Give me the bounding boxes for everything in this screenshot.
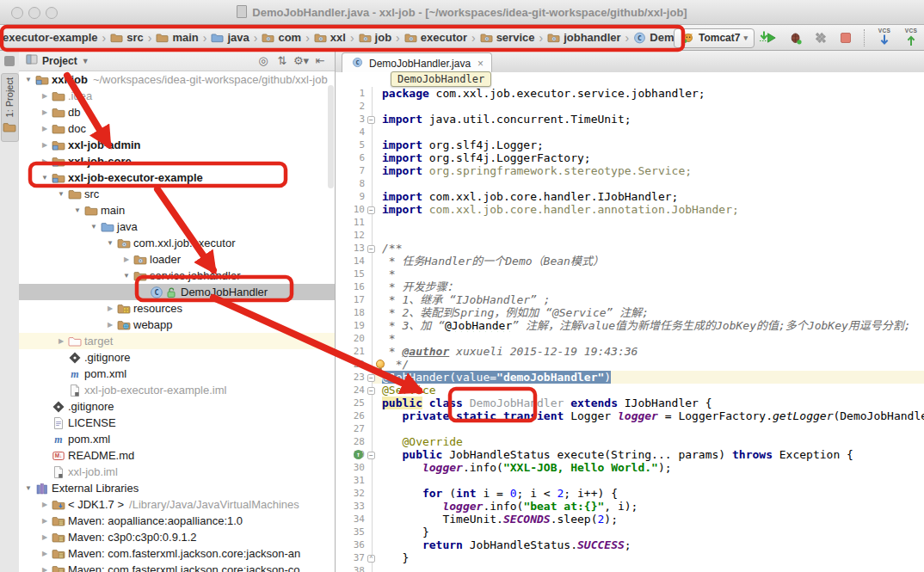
breadcrumb-item-service[interactable]: service [480,31,535,45]
tree-item-resources[interactable]: ▶resources [19,300,335,317]
tree-item-xxl-job-core[interactable]: ▶xxl-job-core [19,153,335,169]
chevron-down-icon[interactable]: ▼ [82,57,89,65]
tree-item-xxl-job[interactable]: ▼xxl-job~/workspaces/idea-git-workspace/… [19,71,335,88]
code-line-21[interactable]: 21 * @author xuxueli 2015-12-19 19:43:36 [336,345,924,358]
tree-item-xxl-job-executor-example-iml[interactable]: xxl-job-executor-example.iml [19,382,335,398]
code-line-7[interactable]: 7import org.springframework.stereotype.S… [336,164,924,177]
code-line-6[interactable]: 6import org.slf4j.LoggerFactory; [336,151,924,164]
tree-item-com-xxl-job-executor[interactable]: ▼com.xxl.job.executor [19,235,335,251]
code-line-12[interactable]: 12 [336,229,924,242]
tree-item-pom-xml[interactable]: mpom.xml [19,366,335,382]
code-line-14[interactable]: 14 * 任务Handler的一个Demo（Bean模式） [336,255,924,268]
tree-scrollbar[interactable] [328,85,334,188]
tree-closed-arrow-icon[interactable]: ▶ [120,255,132,263]
tree-item-xxl-job-iml[interactable]: xxl-job.iml [19,464,335,480]
tree-item--jdk1-7-[interactable]: ▶< JDK1.7 >/Library/Java/JavaVirtualMach… [19,496,335,513]
code-line-19[interactable]: 19 * 3、加 “@JobHander” 注解，注解value值为新增任务生成… [336,319,924,332]
code-line-22[interactable]: 22 */ [336,358,924,371]
tree-closed-arrow-icon[interactable]: ▶ [39,108,51,116]
code-line-29[interactable]: 29 public JobHandleStatus execute(String… [336,448,924,461]
tree-item-loader[interactable]: ▶loader [19,251,335,268]
fold-marker-icon[interactable]: − [367,206,375,214]
run-button[interactable] [762,29,779,46]
tree-item-xxl-job-executor-example[interactable]: ▼xxl-job-executor-example [19,169,335,186]
code-line-24[interactable]: 24@Service− [336,384,924,397]
breadcrumb-item-src[interactable]: src [110,31,144,45]
tree-open-arrow-icon[interactable]: ▼ [88,223,100,231]
code-line-5[interactable]: 5import org.slf4j.Logger; [336,138,924,151]
tree-open-arrow-icon[interactable]: ▼ [22,76,34,83]
window-menu-icon[interactable] [4,56,15,66]
tree-closed-arrow-icon[interactable]: ▶ [104,321,116,329]
code-line-9[interactable]: 9import com.xxl.job.core.handler.IJobHan… [336,190,924,203]
breadcrumb-item-executor[interactable]: executor [404,31,467,45]
code-line-30[interactable]: 30 logger.info("XXL-JOB, Hello World."); [336,461,924,474]
tree-item-maven-c3p0-c3p0-0-9-1-2[interactable]: ▶Maven: c3p0:c3p0:0.9.1.2 [19,529,335,545]
tree-item-readme-md[interactable]: M↓README.md [19,447,335,464]
tree-open-arrow-icon[interactable]: ▼ [22,484,34,492]
debug-button[interactable] [787,29,804,46]
tree-item-main[interactable]: ▼main [19,202,335,218]
tree-closed-arrow-icon[interactable]: ▶ [39,533,51,541]
fold-marker-icon[interactable]: − [367,116,375,124]
hide-panel-icon[interactable]: ⇤ [311,54,330,67]
tree-open-arrow-icon[interactable]: ▼ [120,272,132,280]
breadcrumb-item-com[interactable]: com [262,31,301,45]
code-line-2[interactable]: 2 [336,100,924,113]
tree-item--gitignore[interactable]: .gitignore [19,398,335,415]
code-line-38[interactable]: 38 [336,564,924,572]
fold-marker-icon[interactable]: ⌃ [367,555,375,563]
tree-open-arrow-icon[interactable]: ▼ [39,174,51,181]
breadcrumb-item-main[interactable]: main [156,31,198,45]
tree-closed-arrow-icon[interactable]: ▶ [39,125,51,132]
tree-item-doc[interactable]: ▶doc [19,120,335,137]
tree-item-maven-aopalliance-aopalliance-1-0[interactable]: ▶Maven: aopalliance:aopalliance:1.0 [19,513,335,529]
stop-button[interactable] [837,29,854,46]
code-line-31[interactable]: 31 [336,474,924,487]
breadcrumb-item-job[interactable]: job [359,31,392,45]
tree-open-arrow-icon[interactable]: ▼ [55,190,67,198]
code-line-3[interactable]: 3import java.util.concurrent.TimeUnit;− [336,113,924,126]
override-method-icon[interactable]: ↑ [354,450,363,459]
fold-marker-icon[interactable]: − [367,452,375,459]
code-line-35[interactable]: 35 } [336,526,924,538]
vcs-update-button[interactable]: VCS [875,28,894,48]
tree-closed-arrow-icon[interactable]: ▶ [55,337,67,345]
code-line-37[interactable]: 37 }⌃ [336,551,924,564]
code-line-1[interactable]: 1package com.xxl.job.executor.service.jo… [336,87,924,100]
tree-item-java[interactable]: ▼java [19,218,335,235]
fold-marker-icon[interactable]: − [367,387,375,395]
intention-bulb-icon[interactable] [376,360,385,368]
tree-item-src[interactable]: ▼src [19,186,335,202]
code-line-16[interactable]: 16 * 开发步骤： [336,280,924,293]
code-line-36[interactable]: 36 return JobHandleStatus.SUCCESS; [336,538,924,551]
tree-item-maven-com-fasterxml-jackson-core-jackson-an[interactable]: ▶Maven: com.fasterxml.jackson.core:jacks… [19,545,335,562]
fold-marker-icon[interactable]: − [367,374,375,382]
code-line-17[interactable]: 17 * 1、继承 “IJobHandler” ; [336,293,924,306]
tree-item-xxl-job-admin[interactable]: ▶xxl-job-admin [19,137,335,153]
tree-closed-arrow-icon[interactable]: ▶ [39,141,51,149]
tree-closed-arrow-icon[interactable]: ▶ [39,501,51,508]
code-line-10[interactable]: 10import com.xxl.job.core.handler.annota… [336,203,924,216]
tree-closed-arrow-icon[interactable]: ▶ [39,92,51,100]
tree-item-demojobhandler[interactable]: CDemoJobHandler [19,284,335,300]
tree-item-db[interactable]: ▶db [19,104,335,120]
breadcrumb-item-jobhandler[interactable]: jobhandler [547,31,620,45]
tree-item-maven-com-fasterxml-jackson-core-jackson-co[interactable]: ▶Maven: com.fasterxml.jackson.core:jacks… [19,562,335,572]
tree-item--gitignore[interactable]: .gitignore [19,349,335,366]
run-with-coverage-button[interactable] [812,29,829,46]
code-line-8[interactable]: 8 [336,177,924,190]
tree-item-webapp[interactable]: ▶webapp [19,317,335,333]
code-line-26[interactable]: 26 private static transient Logger logge… [336,409,924,422]
tree-item-pom-xml[interactable]: mpom.xml [19,431,335,447]
code-line-25[interactable]: 25public class DemoJobHandler extends IJ… [336,397,924,409]
project-tool-window-tab[interactable]: 1: Project [1,73,19,142]
breadcrumb-item-executor-example[interactable]: executor-example [3,31,98,44]
tree-item-external-libraries[interactable]: ▼External Libraries [19,480,335,496]
code-line-20[interactable]: 20 * [336,332,924,345]
code-line-33[interactable]: 33 logger.info("beat at:{}", i); [336,500,924,513]
tree-closed-arrow-icon[interactable]: ▶ [39,566,51,572]
code-line-34[interactable]: 34 TimeUnit.SECONDS.sleep(2); [336,513,924,526]
tree-item-license[interactable]: LICENSE [19,415,335,431]
code-line-23[interactable]: 23@JobHander(value="demoJobHandler")− [336,371,924,384]
